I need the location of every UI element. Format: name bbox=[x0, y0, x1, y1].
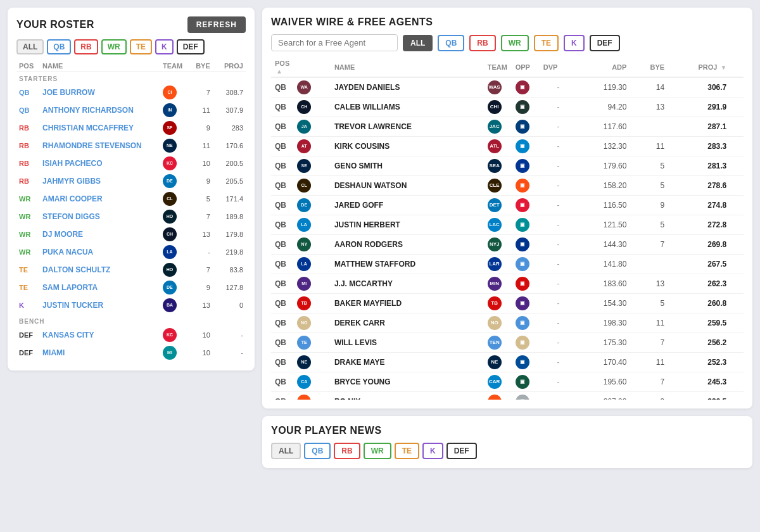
roster-name[interactable]: DJ MOORE bbox=[40, 225, 160, 243]
roster-proj: 171.4 bbox=[213, 190, 246, 208]
waiver-team-logo: AT bbox=[293, 137, 331, 156]
waiver-adp: 132.30 bbox=[577, 137, 630, 156]
waiver-opp: ▣ bbox=[512, 314, 540, 333]
waiver-filter-qb[interactable]: QB bbox=[438, 35, 464, 51]
roster-filter-te[interactable]: TE bbox=[130, 39, 152, 54]
waiver-adp: 116.50 bbox=[577, 196, 630, 215]
waiver-name[interactable]: J.J. MCCARTHY bbox=[331, 274, 484, 294]
waiver-name[interactable]: DESHAUN WATSON bbox=[331, 176, 484, 196]
roster-name[interactable]: ISIAH PACHECO bbox=[40, 155, 160, 172]
roster-row: DEF MIAMI MI 10 - bbox=[16, 344, 246, 362]
waiver-team: ATL bbox=[484, 137, 512, 156]
waiver-dvp: - bbox=[540, 77, 578, 98]
waiver-team-logo: NO bbox=[293, 314, 331, 333]
roster-filter-wr[interactable]: WR bbox=[101, 39, 127, 54]
roster-name[interactable]: PUKA NACUA bbox=[40, 243, 160, 261]
waiver-name[interactable]: MATTHEW STAFFORD bbox=[331, 255, 484, 274]
roster-name[interactable]: JOE BURROW bbox=[40, 84, 160, 101]
waiver-opp: ▣ bbox=[512, 294, 540, 314]
waiver-name[interactable]: BRYCE YOUNG bbox=[331, 372, 484, 392]
roster-name[interactable]: CHRISTIAN MCCAFFREY bbox=[40, 119, 160, 137]
waiver-row: QB DE JARED GOFF DET ▣ - 116.50 9 274.8 bbox=[271, 196, 744, 215]
waiver-name[interactable]: DEREK CARR bbox=[331, 314, 484, 333]
team-logo: KC bbox=[163, 156, 177, 170]
waiver-opp: ▣ bbox=[512, 235, 540, 255]
news-filter-rb[interactable]: RB bbox=[334, 443, 360, 459]
waiver-dvp: - bbox=[540, 176, 578, 196]
waiver-dvp: - bbox=[540, 372, 578, 392]
waiver-bye: 5 bbox=[630, 294, 668, 314]
news-filter-wr[interactable]: WR bbox=[364, 443, 391, 459]
roster-pos: TE bbox=[16, 279, 40, 296]
waiver-filter-def[interactable]: DEF bbox=[590, 35, 620, 51]
waiver-name[interactable]: CALEB WILLIAMS bbox=[331, 98, 484, 117]
waiver-row: QB SE GENO SMITH SEA ▣ - 179.60 5 281.3 bbox=[271, 156, 744, 176]
waiver-name[interactable]: GENO SMITH bbox=[331, 156, 484, 176]
waiver-row: QB LA JUSTIN HERBERT LAC ▣ - 121.50 5 27… bbox=[271, 215, 744, 235]
news-filter-qb[interactable]: QB bbox=[304, 443, 331, 459]
roster-name[interactable]: JAHMYR GIBBS bbox=[40, 172, 160, 190]
roster-bye: 13 bbox=[189, 225, 212, 243]
waiver-dvp: - bbox=[540, 353, 578, 372]
waiver-team-logo: MI bbox=[293, 274, 331, 294]
waiver-bye bbox=[630, 117, 668, 137]
roster-name[interactable]: RHAMONDRE STEVENSON bbox=[40, 137, 160, 155]
waiver-action bbox=[730, 255, 744, 274]
waiver-dvp: - bbox=[540, 333, 578, 353]
waiver-bye: 7 bbox=[630, 235, 668, 255]
waiver-name[interactable]: BO NIX bbox=[331, 392, 484, 400]
roster-team: MI bbox=[160, 344, 189, 362]
roster-name[interactable]: SAM LAPORTA bbox=[40, 279, 160, 296]
waiver-name[interactable]: AARON RODGERS bbox=[331, 235, 484, 255]
roster-filter-rb[interactable]: RB bbox=[74, 39, 98, 54]
waiver-filter-rb[interactable]: RB bbox=[469, 35, 495, 51]
news-filter-k[interactable]: K bbox=[422, 443, 443, 459]
waiver-proj: 236.5 bbox=[668, 392, 730, 400]
waiver-pos: QB bbox=[271, 117, 293, 137]
waiver-proj: 291.9 bbox=[668, 98, 730, 117]
roster-proj: 0 bbox=[213, 296, 246, 314]
roster-table: POS NAME TEAM BYE PROJ STARTERS QB JOE B… bbox=[16, 61, 246, 362]
roster-pos: QB bbox=[16, 84, 40, 101]
roster-filter-all[interactable]: ALL bbox=[16, 39, 44, 54]
roster-filter-qb[interactable]: QB bbox=[47, 39, 71, 54]
waiver-dvp: - bbox=[540, 98, 578, 117]
roster-name[interactable]: JUSTIN TUCKER bbox=[40, 296, 160, 314]
waiver-filter-all[interactable]: ALL bbox=[403, 35, 433, 51]
roster-name[interactable]: STEFON DIGGS bbox=[40, 208, 160, 225]
roster-name[interactable]: KANSAS CITY bbox=[40, 326, 160, 344]
roster-row: WR AMARI COOPER CL 5 171.4 bbox=[16, 190, 246, 208]
waiver-name[interactable]: DRAKE MAYE bbox=[331, 353, 484, 372]
waiver-filter-wr[interactable]: WR bbox=[501, 35, 529, 51]
waiver-filter-k[interactable]: K bbox=[564, 35, 585, 51]
news-filter-all[interactable]: ALL bbox=[271, 443, 301, 459]
waiver-team: NO bbox=[484, 314, 512, 333]
roster-bye: 11 bbox=[189, 101, 212, 119]
search-input[interactable] bbox=[271, 34, 398, 51]
roster-filter-row: ALL QB RB WR TE K DEF bbox=[16, 39, 246, 54]
roster-row: RB ISIAH PACHECO KC 10 200.5 bbox=[16, 155, 246, 172]
waiver-name[interactable]: JAYDEN DANIELS bbox=[331, 77, 484, 98]
roster-name[interactable]: AMARI COOPER bbox=[40, 190, 160, 208]
team-logo: HO bbox=[163, 210, 177, 224]
waiver-team-logo: SE bbox=[293, 156, 331, 176]
roster-name[interactable]: ANTHONY RICHARDSON bbox=[40, 101, 160, 119]
roster-filter-k[interactable]: K bbox=[155, 39, 174, 54]
waiver-proj: 287.1 bbox=[668, 117, 730, 137]
waiver-filter-te[interactable]: TE bbox=[534, 35, 559, 51]
waiver-name[interactable]: JARED GOFF bbox=[331, 196, 484, 215]
roster-proj: 200.5 bbox=[213, 155, 246, 172]
waiver-dvp: - bbox=[540, 117, 578, 137]
refresh-button[interactable]: REFRESH bbox=[187, 16, 246, 33]
roster-name[interactable]: MIAMI bbox=[40, 344, 160, 362]
news-filter-def[interactable]: DEF bbox=[446, 443, 477, 459]
waiver-name[interactable]: KIRK COUSINS bbox=[331, 137, 484, 156]
waiver-name[interactable]: BAKER MAYFIELD bbox=[331, 294, 484, 314]
waiver-name[interactable]: TREVOR LAWRENCE bbox=[331, 117, 484, 137]
roster-name[interactable]: DALTON SCHULTZ bbox=[40, 261, 160, 279]
roster-filter-def[interactable]: DEF bbox=[177, 39, 205, 54]
news-filter-te[interactable]: TE bbox=[395, 443, 419, 459]
roster-proj: 170.6 bbox=[213, 137, 246, 155]
waiver-name[interactable]: WILL LEVIS bbox=[331, 333, 484, 353]
waiver-name[interactable]: JUSTIN HERBERT bbox=[331, 215, 484, 235]
